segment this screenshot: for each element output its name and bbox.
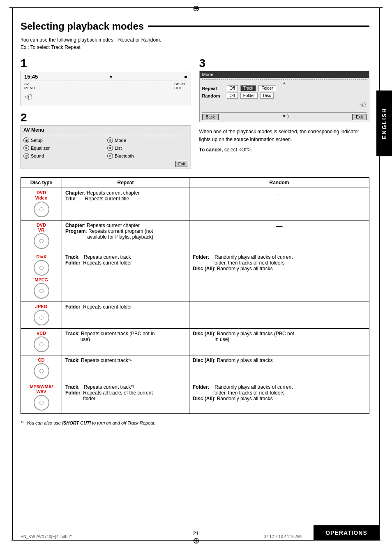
cd-disc-icon (34, 363, 49, 379)
english-sidebar: ENGLISH (376, 91, 392, 156)
page-title: Selecting playback modes (21, 21, 144, 32)
folder-label-7: Folder (65, 390, 81, 396)
step3-repeat-options: Off Track Folder (227, 85, 276, 91)
mode-label-text: Mode (115, 138, 126, 143)
track-label-3: Track (65, 254, 78, 260)
steps-container: 1 15:45 ▼ ■ AVMENU SHORTCUT ☜ (21, 58, 369, 169)
random-folder[interactable]: Folder (240, 93, 258, 99)
track-label-5: Track (65, 331, 78, 337)
main-content: Selecting playback modes You can use the… (21, 21, 369, 534)
step3-random-label: Random (202, 93, 227, 98)
col-random: Random (189, 178, 369, 188)
step2-exit-btn[interactable]: Exit (175, 161, 188, 167)
repeat-dvd-video: Chapter: Repeats current chapter Title: … (62, 188, 189, 220)
disc-vcd: VCD (21, 329, 62, 355)
corner-mark-tr: + (379, 4, 383, 12)
step2-wrapper: 2 AV Menu ◉ Setup ⊙ Mode (21, 112, 191, 169)
footnote-marker: *¹ (21, 420, 24, 425)
random-mp3: Folder: Randomly plays all tracks of cur… (189, 382, 369, 414)
step3-dotted1 (202, 79, 367, 80)
step3-mode-mockup: Mode ▲ Repeat Off Track Folder Random (199, 71, 370, 122)
table-row-mp3: MP3/WMA/WAV Track: Repeats current track… (21, 382, 369, 414)
dvd-vr-label: DVDVR (24, 223, 58, 232)
corner-mark-bl: + (9, 536, 13, 544)
folder-label-4: Folder (65, 304, 81, 310)
col-repeat: Repeat (62, 178, 189, 188)
repeat-mp3: Track: Repeats current track*¹ Folder: R… (62, 382, 189, 414)
sound-icon: ◎ (23, 153, 29, 159)
english-label: ENGLISH (381, 108, 387, 139)
list-icon: ≡ (107, 145, 113, 151)
step3-wrapper: 3 Mode ▲ Repeat Off Track Folder Ra (199, 58, 370, 122)
menu-item-bluetooth[interactable]: B Bluetooth (107, 153, 188, 159)
footer-left: EN_KW-AVX710[E]4.indb 21 (21, 534, 73, 539)
footer-right: 07.12.7 10:44:16 AM (264, 534, 302, 539)
repeat-track[interactable]: Track (240, 85, 256, 91)
to-cancel-label: To cancel, (199, 147, 223, 153)
step2-dotted (23, 136, 188, 136)
vcd-label: VCD (24, 331, 58, 336)
table-row-divx-mpeg: DivX MPEG Track: Repeats current track F… (21, 252, 369, 302)
random-cd: Disc (All): Randomly plays all tracks (189, 355, 369, 382)
disc-cd: CD (21, 355, 62, 382)
bluetooth-icon: B (107, 153, 113, 159)
step3-mode-title: Mode (200, 71, 369, 78)
repeat-off[interactable]: Off (227, 85, 238, 91)
sound-label: Sound (31, 153, 44, 158)
step3-repeat-row: Repeat Off Track Folder (202, 85, 367, 91)
random-folder-label-7: Folder (193, 384, 208, 390)
vcd-disc-icon (34, 337, 49, 352)
col-disc-type: Disc type (21, 178, 62, 188)
subtitle-line1: You can use the following playback modes… (21, 36, 369, 44)
folder-label-3: Folder (65, 260, 81, 266)
repeat-dvd-vr: Chapter: Repeats current chapter Program… (62, 220, 189, 252)
repeat-divx-mpeg: Track: Repeats current track Folder: Rep… (62, 252, 189, 302)
menu-item-mode[interactable]: ⊙ Mode (107, 137, 188, 144)
mp3-disc-icon (34, 395, 49, 411)
disc-divx-mpeg: DivX MPEG (21, 252, 62, 302)
table-row-cd: CD Track: Repeats current track*¹ Disc (… (21, 355, 369, 382)
cd-label: CD (24, 357, 58, 362)
table-row-dvd-video: DVDVideo Chapter: Repeats current chapte… (21, 188, 369, 220)
divx-label: DivX (24, 254, 58, 259)
description-text: When one of the playback modes is select… (199, 128, 370, 144)
step1-dotted (24, 81, 187, 81)
step3-back-btn[interactable]: Back (202, 114, 219, 120)
table-row-dvd-vr: DVDVR Chapter: Repeats current chapter P… (21, 220, 369, 252)
step2-menu-grid: ◉ Setup ⊙ Mode ≡ Equalizer ≡ (23, 137, 188, 159)
random-off[interactable]: Off (227, 93, 238, 99)
random-dvd-vr: — (189, 220, 369, 252)
step1-arrow: ▼ (108, 74, 113, 80)
menu-item-equalizer[interactable]: ≡ Equalizer (23, 145, 104, 151)
setup-label: Setup (31, 138, 43, 143)
step1-time: 15:45 (24, 74, 38, 80)
chapter-label-2: Chapter (65, 223, 84, 228)
left-steps: 1 15:45 ▼ ■ AVMENU SHORTCUT ☜ (21, 58, 191, 169)
step1-screen: 15:45 ▼ ■ AVMENU SHORTCUT ☜ (21, 71, 191, 106)
menu-item-sound[interactable]: ◎ Sound (23, 153, 104, 159)
bluetooth-label: Bluetooth (115, 153, 134, 158)
table-row-vcd: VCD Track: Repeats current track (PBC no… (21, 329, 369, 355)
random-disc[interactable]: Disc (260, 93, 274, 99)
repeat-folder[interactable]: Folder (258, 85, 276, 91)
subtitle-line2: Ex.: To select Track Repeat (21, 44, 369, 51)
random-divx-mpeg: Folder: Randomly plays all tracks of cur… (189, 252, 369, 302)
step3-bottom-bar: Back ▼ ) Exit (202, 112, 367, 120)
menu-item-setup[interactable]: ◉ Setup (23, 137, 104, 144)
page-number: 21 (193, 530, 199, 536)
random-disc-label-6: Disc (All) (193, 357, 214, 363)
step1-number: 1 (21, 58, 191, 69)
reg-mark-bottom: ⊕ (193, 536, 200, 545)
list-label: List (115, 146, 122, 151)
step1-icons-row: AVMENU SHORTCUT (24, 82, 187, 90)
footnote: *¹ You can also use [SHORT CUT] to turn … (21, 420, 369, 427)
equalizer-label: Equalizer (31, 146, 50, 151)
menu-item-list[interactable]: ≡ List (107, 145, 188, 151)
dvd-vr-disc-icon (34, 233, 49, 249)
disc-mp3: MP3/WMA/WAV (21, 382, 62, 414)
step3-exit-btn[interactable]: Exit (352, 114, 367, 120)
page-border-left (12, 7, 13, 541)
table-row-jpeg: JPEG Folder: Repeats current folder — (21, 302, 369, 329)
mpeg-disc-icon (34, 283, 49, 299)
setup-icon: ◉ (23, 137, 29, 143)
